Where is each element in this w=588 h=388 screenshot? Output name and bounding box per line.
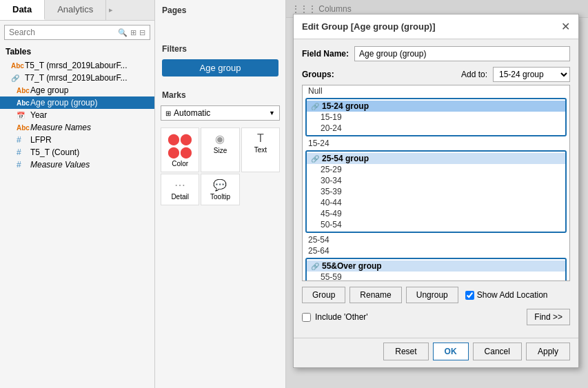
marks-header: Marks bbox=[155, 85, 285, 103]
list-item[interactable]: 15-24 bbox=[303, 138, 569, 149]
filter-pill-age-group[interactable]: Age group bbox=[162, 59, 278, 76]
right-panel: ⋮⋮⋮ Columns Edit Group [Age group (group… bbox=[286, 0, 588, 388]
ungroup-button[interactable]: Ungroup bbox=[406, 287, 458, 303]
list-item[interactable]: 30-34 bbox=[307, 175, 565, 186]
tab-divider: ▸ bbox=[109, 0, 113, 20]
item-label: T5_T (Count) bbox=[30, 147, 79, 157]
group-header-25-54[interactable]: 🔗 25-54 group bbox=[307, 153, 565, 164]
modal-overlay: Edit Group [Age group (group)] ✕ Field N… bbox=[286, 0, 588, 388]
item-label: Year bbox=[30, 110, 47, 120]
type-icon-abc: Abc bbox=[17, 124, 28, 132]
rename-button[interactable]: Rename bbox=[349, 287, 401, 303]
left-panel: Data Analytics ▸ 🔍 ⊞ ⊟ Tables Abc T5_T (… bbox=[0, 0, 155, 388]
tooltip-label: Tooltip bbox=[210, 193, 230, 201]
marks-size-button[interactable]: ◉ Size bbox=[201, 127, 239, 172]
text-icon: T bbox=[257, 132, 264, 145]
list-item[interactable]: # T5_T (Count) bbox=[0, 146, 154, 159]
list-item[interactable]: 25-64 bbox=[303, 245, 569, 256]
dialog-title-bar: Edit Group [Age group (group)] ✕ bbox=[294, 14, 578, 39]
group-button[interactable]: Group bbox=[302, 287, 345, 303]
size-icon: ◉ bbox=[215, 132, 225, 145]
list-item-age-group-group[interactable]: Abc Age group (group) bbox=[0, 96, 154, 109]
marks-text-button[interactable]: T Text bbox=[241, 127, 280, 172]
type-icon-abc: Abc bbox=[11, 62, 22, 70]
filters-header: Filters bbox=[155, 39, 285, 57]
tables-section-title: Tables bbox=[0, 44, 154, 59]
item-label: LFPR bbox=[30, 135, 52, 145]
group-label: 25-54 group bbox=[322, 154, 369, 163]
include-other-checkbox[interactable] bbox=[302, 313, 311, 322]
list-item[interactable]: # LFPR bbox=[0, 134, 154, 146]
groups-list[interactable]: Null 🔗 15-24 group 15-19 20-24 15-24 bbox=[302, 85, 570, 281]
chevron-down-icon: ▼ bbox=[269, 110, 275, 116]
detail-icon: ⋯ bbox=[174, 178, 185, 192]
marks-type-icon: ⊞ bbox=[165, 110, 171, 117]
group-box-15-24: 🔗 15-24 group 15-19 20-24 bbox=[305, 98, 567, 136]
list-item[interactable]: Abc Measure Names bbox=[0, 121, 154, 134]
ok-button[interactable]: OK bbox=[433, 343, 469, 360]
list-item[interactable]: 15-19 bbox=[307, 112, 565, 123]
list-item[interactable]: 35-39 bbox=[307, 186, 565, 197]
pages-header: Pages bbox=[155, 0, 285, 18]
group-label: 55&Over group bbox=[322, 261, 382, 271]
list-item[interactable]: 45-49 bbox=[307, 208, 565, 219]
item-label: Age group (group) bbox=[30, 98, 97, 108]
marks-type-dropdown[interactable]: ⊞ Automatic ▼ bbox=[161, 105, 280, 121]
groups-row: Groups: Add to: 15-24 group 25-54 group … bbox=[302, 67, 570, 82]
group-header-15-24[interactable]: 🔗 15-24 group bbox=[307, 101, 565, 112]
search-input[interactable] bbox=[9, 28, 115, 37]
type-icon-hash: # bbox=[17, 160, 28, 170]
list-item[interactable]: 📅 Year bbox=[0, 109, 154, 121]
group-box-25-54: 🔗 25-54 group 25-29 30-34 35-39 40-44 45… bbox=[305, 150, 567, 233]
group-box-55over: 🔗 55&Over group 55-59 60-64 65-69 70&Ove… bbox=[305, 258, 567, 281]
list-item[interactable]: 50-54 bbox=[307, 219, 565, 230]
middle-panel: Pages Filters Age group Marks ⊞ Automati… bbox=[155, 0, 286, 388]
marks-grid: ⬤⬤⬤⬤ Color ◉ Size T Text ⋯ Detail 💬 Tool… bbox=[161, 127, 280, 205]
filter-icon[interactable]: ⊞ bbox=[130, 28, 136, 37]
list-item[interactable]: 25-54 bbox=[303, 234, 569, 245]
apply-button[interactable]: Apply bbox=[526, 343, 570, 360]
footer-buttons: Reset OK Cancel Apply bbox=[294, 338, 578, 367]
group-header-55over[interactable]: 🔗 55&Over group bbox=[307, 261, 565, 272]
list-item[interactable]: 40-44 bbox=[307, 197, 565, 208]
groups-label: Groups: bbox=[302, 70, 334, 79]
marks-tooltip-button[interactable]: 💬 Tooltip bbox=[201, 174, 239, 205]
list-item[interactable]: # Measure Values bbox=[0, 159, 154, 171]
list-item[interactable]: 25-29 bbox=[307, 164, 565, 175]
list-item[interactable]: 55-59 bbox=[307, 272, 565, 281]
tabs: Data Analytics ▸ bbox=[0, 0, 154, 21]
list-item[interactable]: Abc Age group bbox=[0, 84, 154, 96]
find-button[interactable]: Find >> bbox=[527, 309, 570, 325]
marks-detail-button[interactable]: ⋯ Detail bbox=[161, 174, 199, 205]
marks-type-label: Automatic bbox=[174, 108, 266, 118]
search-bar: 🔍 ⊞ ⊟ bbox=[4, 25, 150, 40]
list-item[interactable]: Abc T5_T (mrsd_2019LabourF... bbox=[0, 59, 154, 72]
dialog-title: Edit Group [Age group (group)] bbox=[302, 21, 436, 32]
tab-data[interactable]: Data bbox=[0, 0, 45, 20]
color-dots-icon: ⬤⬤⬤⬤ bbox=[168, 132, 192, 159]
reset-button[interactable]: Reset bbox=[383, 343, 428, 360]
text-label: Text bbox=[254, 146, 267, 154]
cancel-button[interactable]: Cancel bbox=[473, 343, 522, 360]
list-item[interactable]: 🔗 T7_T (mrsd_2019LabourF... bbox=[0, 72, 154, 84]
add-to-select[interactable]: 15-24 group 25-54 group 55&Over group bbox=[493, 67, 570, 82]
group-label: 15-24 group bbox=[322, 101, 369, 111]
list-item[interactable]: Null bbox=[303, 85, 569, 96]
type-icon-cal: 🔗 bbox=[11, 74, 22, 82]
close-button[interactable]: ✕ bbox=[561, 20, 570, 33]
group-link-icon: 🔗 bbox=[311, 155, 319, 163]
show-add-location-text: Show Add Location bbox=[477, 290, 548, 300]
tab-analytics[interactable]: Analytics bbox=[45, 0, 106, 20]
color-label: Color bbox=[172, 160, 188, 167]
type-icon-cal: 📅 bbox=[17, 112, 28, 119]
marks-color-button[interactable]: ⬤⬤⬤⬤ Color bbox=[161, 127, 199, 172]
type-icon-abc: Abc bbox=[17, 99, 28, 107]
list-item[interactable]: 20-24 bbox=[307, 123, 565, 134]
item-label: T7_T (mrsd_2019LabourF... bbox=[25, 73, 128, 83]
item-label: Measure Values bbox=[30, 160, 90, 170]
view-icon[interactable]: ⊟ bbox=[139, 28, 145, 37]
show-add-location-checkbox[interactable] bbox=[465, 291, 474, 300]
search-icon: 🔍 bbox=[118, 28, 128, 37]
field-name-input[interactable] bbox=[354, 46, 570, 61]
include-other-label: Include 'Other' bbox=[302, 312, 368, 322]
